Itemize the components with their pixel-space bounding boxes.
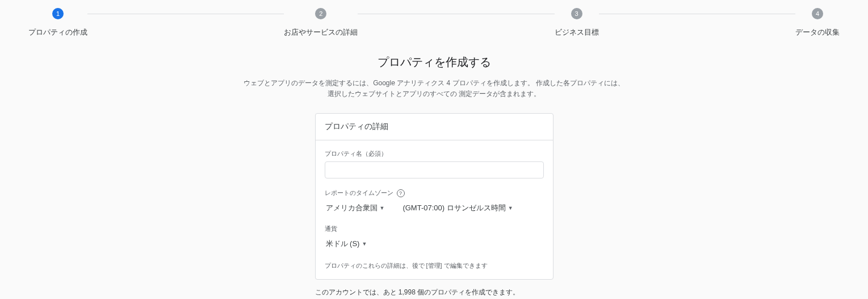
account-quota-note: このアカウントでは、あと 1,998 個のプロパティを作成できます。 <box>315 288 553 297</box>
card-body: プロパティ名（必須） レポートのタイムゾーン ? アメリカ合衆国 ▼ (GMT-… <box>316 140 553 279</box>
edit-later-note: プロパティのこれらの詳細は、後で [管理] で編集できます <box>325 261 544 270</box>
country-dropdown[interactable]: アメリカ合衆国 ▼ <box>325 201 386 215</box>
help-icon[interactable]: ? <box>397 189 405 197</box>
step-connector <box>87 14 284 14</box>
step-business-details: 2 お店やサービスの詳細 <box>284 8 358 38</box>
currency-value: 米ドル (S) <box>326 239 360 249</box>
step-label: プロパティの作成 <box>28 27 87 38</box>
country-value: アメリカ合衆国 <box>326 203 378 213</box>
step-connector <box>358 14 554 14</box>
main-content: プロパティを作成する ウェブとアプリのデータを測定するには、Google アナリ… <box>230 55 639 299</box>
property-name-input[interactable] <box>325 161 544 178</box>
desc-line: 選択したウェブサイトとアプリのすべての 測定データが含まれます。 <box>328 90 540 98</box>
step-connector <box>599 14 795 14</box>
step-business-goals: 3 ビジネス目標 <box>555 8 599 38</box>
step-label: データの収集 <box>795 27 840 38</box>
step-label: お店やサービスの詳細 <box>284 27 358 38</box>
page-title: プロパティを作成する <box>230 55 639 70</box>
step-number: 3 <box>571 8 582 19</box>
timezone-dropdown[interactable]: (GMT-07:00) ロサンゼルス時間 ▼ <box>401 201 514 215</box>
timezone-row: アメリカ合衆国 ▼ (GMT-07:00) ロサンゼルス時間 ▼ <box>325 201 544 215</box>
step-label: ビジネス目標 <box>555 27 599 38</box>
caret-down-icon: ▼ <box>380 205 385 211</box>
timezone-label-text: レポートのタイムゾーン <box>325 189 393 197</box>
desc-line: ウェブとアプリのデータを測定するには、Google アナリティクス 4 プロパテ… <box>244 79 624 87</box>
timezone-value: (GMT-07:00) ロサンゼルス時間 <box>402 203 505 213</box>
timezone-label: レポートのタイムゾーン ? <box>325 189 544 197</box>
currency-dropdown[interactable]: 米ドル (S) ▼ <box>325 236 368 251</box>
caret-down-icon: ▼ <box>362 241 367 247</box>
step-number: 1 <box>52 8 64 19</box>
stepper: 1 プロパティの作成 2 お店やサービスの詳細 3 ビジネス目標 4 データの収… <box>0 0 868 38</box>
step-number: 2 <box>315 8 326 19</box>
caret-down-icon: ▼ <box>508 205 513 211</box>
property-details-card: プロパティの詳細 プロパティ名（必須） レポートのタイムゾーン ? アメリカ合衆… <box>315 113 553 280</box>
step-number: 4 <box>812 8 823 19</box>
step-property-create[interactable]: 1 プロパティの作成 <box>28 8 87 38</box>
card-header: プロパティの詳細 <box>316 114 553 140</box>
property-name-label: プロパティ名（必須） <box>325 150 544 158</box>
below-card: このアカウントでは、あと 1,998 個のプロパティを作成できます。 次へ <box>315 288 553 299</box>
page-description: ウェブとアプリのデータを測定するには、Google アナリティクス 4 プロパテ… <box>230 78 639 99</box>
currency-row: 米ドル (S) ▼ <box>325 236 544 251</box>
currency-label: 通貨 <box>325 225 544 233</box>
step-data-collection: 4 データの収集 <box>795 8 840 38</box>
